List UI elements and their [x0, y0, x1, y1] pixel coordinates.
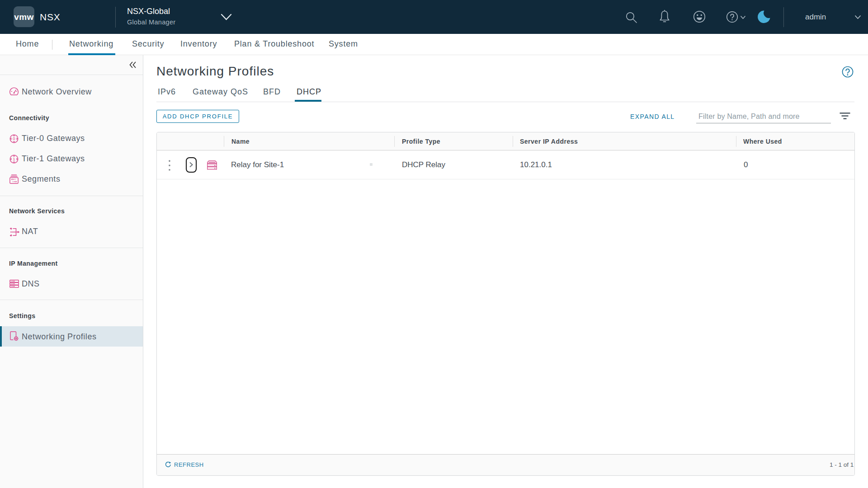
svg-text:1: 1 — [13, 156, 15, 161]
svg-text:0: 0 — [13, 136, 15, 141]
